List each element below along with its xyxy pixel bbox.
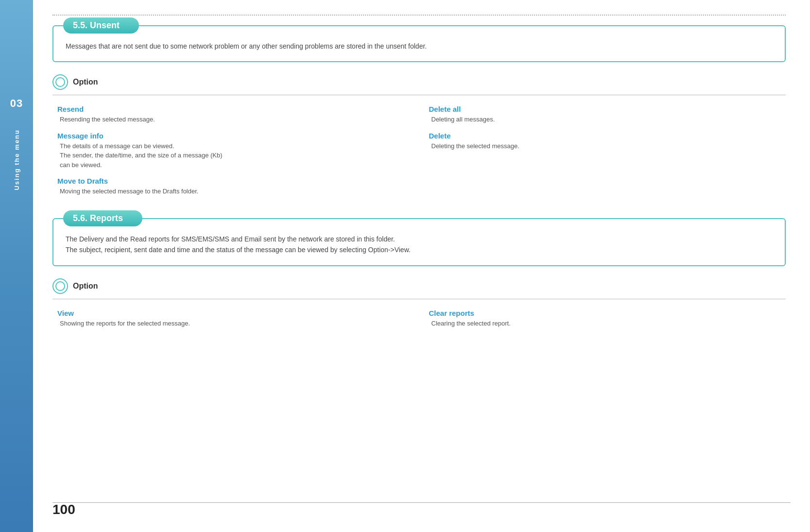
unsent-section-body: Messages that are not sent due to some n… [53, 26, 785, 61]
sidebar: 03 Using the menu [0, 0, 33, 532]
dotted-separator [52, 15, 786, 16]
option-message-info: Message info The details of a message ca… [57, 132, 410, 170]
sidebar-label: Using the menu [13, 129, 20, 190]
reports-section: 5.6. Reports The Delivery and the Read r… [52, 218, 786, 266]
option-icon-unsent [52, 74, 68, 90]
reports-section-body: The Delivery and the Read reports for SM… [53, 219, 785, 265]
message-info-desc: The details of a message can be viewed.T… [57, 141, 410, 170]
page-bottom-line [52, 502, 791, 503]
clear-reports-title: Clear reports [429, 309, 781, 317]
main-content: 5.5. Unsent Messages that are not sent d… [33, 0, 810, 532]
reports-options-left: View Showing the reports for the selecte… [57, 309, 410, 336]
resend-desc: Resending the selected message. [57, 115, 410, 124]
unsent-option-divider [52, 95, 786, 95]
view-title: View [57, 309, 410, 317]
unsent-section-title: 5.5. Unsent [63, 17, 139, 34]
unsent-option-header: Option [52, 74, 786, 90]
delete-all-desc: Deleting all messages. [429, 115, 781, 124]
unsent-section: 5.5. Unsent Messages that are not sent d… [52, 25, 786, 62]
clear-reports-desc: Clearing the selected report. [429, 319, 781, 328]
resend-title: Resend [57, 105, 410, 113]
page-number: 100 [52, 502, 75, 517]
reports-option-label: Option [73, 282, 98, 291]
view-desc: Showing the reports for the selected mes… [57, 319, 410, 328]
move-to-drafts-title: Move to Drafts [57, 177, 410, 185]
reports-options-grid: View Showing the reports for the selecte… [52, 309, 786, 336]
option-view: View Showing the reports for the selecte… [57, 309, 410, 328]
reports-section-title: 5.6. Reports [63, 210, 142, 226]
option-delete-all: Delete all Deleting all messages. [429, 105, 781, 124]
delete-title: Delete [429, 132, 781, 140]
option-resend: Resend Resending the selected message. [57, 105, 410, 124]
unsent-option-label: Option [73, 78, 98, 86]
option-delete: Delete Deleting the selected message. [429, 132, 781, 151]
unsent-options-grid: Resend Resending the selected message. M… [52, 105, 786, 204]
message-info-title: Message info [57, 132, 410, 140]
option-icon-reports [52, 278, 68, 294]
reports-option-divider [52, 299, 786, 299]
delete-all-title: Delete all [429, 105, 781, 113]
option-move-to-drafts: Move to Drafts Moving the selected messa… [57, 177, 410, 196]
reports-options-right: Clear reports Clearing the selected repo… [429, 309, 781, 336]
chapter-number: 03 [10, 97, 23, 110]
move-to-drafts-desc: Moving the selected message to the Draft… [57, 187, 410, 196]
reports-option-header: Option [52, 278, 786, 294]
unsent-description: Messages that are not sent due to some n… [66, 42, 427, 50]
unsent-options-left: Resend Resending the selected message. M… [57, 105, 410, 204]
delete-desc: Deleting the selected message. [429, 141, 781, 151]
option-clear-reports: Clear reports Clearing the selected repo… [429, 309, 781, 328]
unsent-options-right: Delete all Deleting all messages. Delete… [429, 105, 781, 204]
